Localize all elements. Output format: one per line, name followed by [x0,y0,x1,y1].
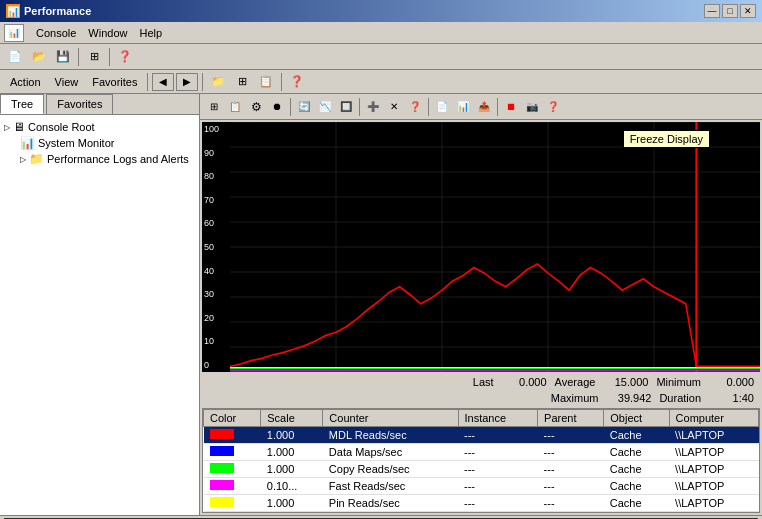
chart-btn-del[interactable]: ✕ [384,97,404,117]
title-bar-title: Performance [24,5,91,17]
col-object: Object [604,410,669,427]
tab-tree[interactable]: Tree [0,94,44,114]
folder-button[interactable]: 📁 [207,72,229,92]
minimize-button[interactable]: — [704,4,720,18]
expand-icon-logs[interactable]: ▷ [20,155,26,164]
cell-computer: \\LAPTOP [669,427,758,444]
chart-btn-stop[interactable]: ⏹ [501,97,521,117]
chart-btn-prop[interactable]: ⚙ [246,97,266,117]
chart-btn-hist[interactable]: 📉 [315,97,335,117]
action-bar: Action View Favorites ◀ ▶ 📁 ⊞ 📋 ❓ [0,70,762,94]
new-button[interactable]: 📄 [4,47,26,67]
maximize-button[interactable]: □ [722,4,738,18]
tree-console-root[interactable]: ▷ 🖥 Console Root [4,119,195,135]
cell-parent: --- [538,444,604,461]
minimum-value: 0.000 [709,376,754,388]
chart-btn-add[interactable]: ➕ [363,97,383,117]
action-menu[interactable]: Action [4,74,47,90]
chart-btn-cam[interactable]: 📷 [522,97,542,117]
chart-btn-new[interactable]: 📄 [432,97,452,117]
export-button[interactable]: 📋 [255,72,277,92]
average-label: Average [555,376,596,388]
cell-counter: MDL Reads/sec [323,427,458,444]
help2-button[interactable]: ❓ [286,72,308,92]
cell-scale: 1.000 [261,495,323,512]
tree-perf-logs[interactable]: ▷ 📁 Performance Logs and Alerts [20,151,195,167]
tab-favorites[interactable]: Favorites [46,94,113,114]
table-row[interactable]: 1.000Copy Reads/sec------Cache\\LAPTOP [204,461,759,478]
menu-bar: 📊 Console Window Help [0,22,762,44]
chart-toolbar: ⊞ 📋 ⚙ ⏺ 🔄 📉 🔲 ➕ ✕ ❓ 📄 📊 📤 ⏹ 📷 ❓ [200,94,762,120]
freeze-label: Freeze Display [623,130,710,148]
cell-object: Cache [604,461,669,478]
cell-computer: \\LAPTOP [669,478,758,495]
table-row[interactable]: 0.10...Fast Reads/sec------Cache\\LAPTOP [204,478,759,495]
monitor-icon: 📊 [20,136,35,150]
chart-sep-1 [290,98,291,116]
color-swatch [210,429,234,439]
forward-button[interactable]: ▶ [176,73,198,91]
cell-parent: --- [538,478,604,495]
save-button[interactable]: 💾 [52,47,74,67]
status-bar [0,515,762,519]
expand-icon-root[interactable]: ▷ [4,123,10,132]
toolbar: 📄 📂 💾 ⊞ ❓ [0,44,762,70]
tree-system-monitor[interactable]: 📊 System Monitor [20,135,195,151]
maximum-value: 39.942 [606,392,651,404]
minimum-label: Minimum [656,376,701,388]
cell-counter: Copy Reads/sec [323,461,458,478]
col-parent: Parent [538,410,604,427]
cell-color [204,478,261,495]
folder-icon: 🖥 [13,120,25,134]
duration-label: Duration [659,392,701,404]
cell-instance: --- [458,461,538,478]
chart-btn-open[interactable]: 📊 [453,97,473,117]
window-controls[interactable]: — □ ✕ [704,4,756,18]
chart-btn-freeze[interactable]: ⏺ [267,97,287,117]
col-color: Color [204,410,261,427]
chart-y-labels: 100 90 80 70 60 50 40 30 20 10 0 [202,122,230,372]
cell-color [204,444,261,461]
close-button[interactable]: ✕ [740,4,756,18]
sidebar: Tree Favorites ▷ 🖥 Console Root 📊 System… [0,94,200,515]
cell-computer: \\LAPTOP [669,444,758,461]
chart-btn-save2[interactable]: 📤 [474,97,494,117]
main-content: Tree Favorites ▷ 🖥 Console Root 📊 System… [0,94,762,515]
open-button[interactable]: 📂 [28,47,50,67]
table-row[interactable]: 1.000MDL Reads/sec------Cache\\LAPTOP [204,427,759,444]
grid2-button[interactable]: ⊞ [231,72,253,92]
chart-btn-copy[interactable]: 📋 [225,97,245,117]
chart-btn-report[interactable]: 🔲 [336,97,356,117]
color-swatch [210,463,234,473]
maximum-label: Maximum [551,392,599,404]
back-button[interactable]: ◀ [152,73,174,91]
cell-computer: \\LAPTOP [669,495,758,512]
chart-btn-update[interactable]: 🔄 [294,97,314,117]
chart-area: 100 90 80 70 60 50 40 30 20 10 0 [202,122,760,372]
color-swatch [210,497,234,507]
help-button[interactable]: ❓ [114,47,136,67]
cell-counter: Pin Reads/sec [323,495,458,512]
cell-color [204,461,261,478]
duration-value: 1:40 [709,392,754,404]
tab-bar: Tree Favorites [0,94,199,115]
cell-object: Cache [604,495,669,512]
col-instance: Instance [458,410,538,427]
menu-console[interactable]: Console [30,25,82,41]
toolbar-separator-2 [109,48,110,66]
menu-window[interactable]: Window [82,25,133,41]
menu-help[interactable]: Help [133,25,168,41]
cell-color [204,427,261,444]
grid-button[interactable]: ⊞ [83,47,105,67]
cell-object: Cache [604,478,669,495]
chart-btn-help2[interactable]: ❓ [543,97,563,117]
favorites-menu[interactable]: Favorites [86,74,143,90]
chart-btn-view[interactable]: ⊞ [204,97,224,117]
tree-content: ▷ 🖥 Console Root 📊 System Monitor ▷ 📁 Pe… [0,115,199,515]
view-menu[interactable]: View [49,74,85,90]
right-panel: ⊞ 📋 ⚙ ⏺ 🔄 📉 🔲 ➕ ✕ ❓ 📄 📊 📤 ⏹ 📷 ❓ 100 [200,94,762,515]
col-computer: Computer [669,410,758,427]
table-row[interactable]: 1.000Pin Reads/sec------Cache\\LAPTOP [204,495,759,512]
table-row[interactable]: 1.000Data Maps/sec------Cache\\LAPTOP [204,444,759,461]
chart-btn-help[interactable]: ❓ [405,97,425,117]
